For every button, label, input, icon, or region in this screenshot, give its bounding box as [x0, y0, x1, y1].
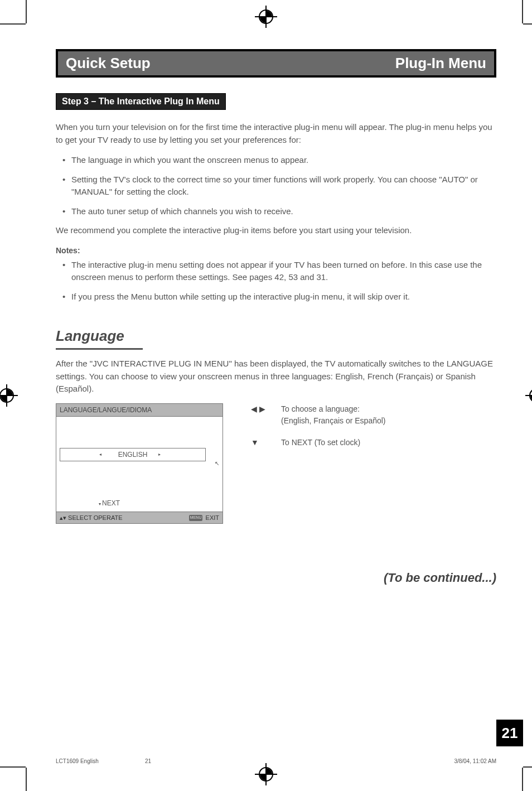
legend-text: To choose a language: (English, Français…: [281, 403, 386, 427]
crop-mark: [522, 768, 523, 791]
to-be-continued: (To be continued...): [56, 568, 496, 587]
title-right: Plug-In Menu: [395, 55, 486, 72]
print-footer: LCT1609 English 21 3/8/04, 11:02 AM: [56, 758, 496, 764]
return-arrow-icon: ↖: [215, 459, 219, 467]
legend-line1: To choose a language:: [281, 403, 386, 415]
body-text: When you turn your television on for the…: [56, 121, 496, 587]
osd-header: LANGUAGE/LANGUE/IDIOMA: [56, 403, 223, 417]
notes-bullet-list: The interactive plug-in menu setting doe…: [56, 259, 496, 303]
left-arrow-icon: ◂: [99, 451, 101, 458]
crop-mark: [522, 0, 523, 23]
bullet-item: The interactive plug-in menu setting doe…: [66, 259, 496, 284]
registration-mark-icon: [525, 384, 532, 407]
bullet-item: If you press the Menu button while setti…: [66, 291, 496, 303]
osd-footer: ▴▾ SELECT OPERATE MENU EXIT: [56, 512, 223, 524]
osd-language-value: ENGLISH: [118, 450, 148, 460]
registration-mark-icon: [0, 384, 18, 407]
recommend-paragraph: We recommend you complete the interactiv…: [56, 224, 496, 237]
legend-line1: To NEXT (To set clock): [281, 437, 386, 448]
language-intro: After the "JVC INTERACTIVE PLUG IN MENU"…: [56, 358, 496, 396]
notes-label: Notes:: [56, 245, 496, 257]
step-heading: Step 3 – The Interactive Plug In Menu: [56, 93, 226, 110]
section-underline: [56, 348, 143, 350]
section-title-language: Language: [56, 325, 124, 347]
osd-footer-left: ▴▾ SELECT OPERATE: [60, 513, 122, 523]
page-number-badge: 21: [496, 720, 523, 746]
down-arrow-icon: ▼: [251, 437, 268, 448]
title-left: Quick Setup: [66, 55, 151, 72]
updown-arrow-icon: ▴▾: [60, 514, 66, 521]
menu-badge-icon: MENU: [189, 515, 203, 521]
crop-mark: [523, 766, 532, 768]
right-arrow-icon: ▸: [158, 451, 161, 458]
page-title-bar: Quick Setup Plug-In Menu: [56, 49, 496, 78]
legend-line2: (English, Français or Español): [281, 415, 386, 427]
crop-mark: [26, 768, 27, 791]
footer-page: 21: [145, 758, 178, 764]
registration-mark-icon: [255, 763, 277, 785]
legend-row: ◀ ▶ To choose a language: (English, Fran…: [251, 403, 386, 427]
osd-next-label: NEXT: [99, 498, 120, 508]
intro-paragraph: When you turn your television on for the…: [56, 121, 496, 146]
osd-footer-exit: EXIT: [206, 514, 219, 521]
osd-footer-left-text: SELECT OPERATE: [68, 514, 122, 521]
crop-mark: [0, 766, 26, 768]
page-content: Quick Setup Plug-In Menu Step 3 – The In…: [56, 49, 496, 587]
osd-mockup: LANGUAGE/LANGUE/IDIOMA ◂ ENGLISH ▸ ↖ NEX…: [56, 403, 223, 524]
bullet-item: The language in which you want the onscr…: [66, 154, 496, 167]
bullet-item: Setting the TV's clock to the correct ti…: [66, 173, 496, 199]
legend-row: ▼ To NEXT (To set clock): [251, 437, 386, 448]
left-right-arrow-icon: ◀ ▶: [251, 403, 268, 415]
osd-body: ◂ ENGLISH ▸ ↖ NEXT: [56, 417, 223, 512]
registration-mark-icon: [255, 6, 277, 28]
control-legend: ◀ ▶ To choose a language: (English, Fran…: [251, 403, 386, 448]
osd-language-field: ◂ ENGLISH ▸: [60, 448, 206, 461]
crop-mark: [26, 0, 27, 23]
footer-doc-name: LCT1609 English: [56, 758, 145, 764]
language-diagram-row: LANGUAGE/LANGUE/IDIOMA ◂ ENGLISH ▸ ↖ NEX…: [56, 403, 496, 524]
osd-footer-right: MENU EXIT: [189, 513, 219, 523]
crop-mark: [523, 23, 532, 25]
legend-text: To NEXT (To set clock): [281, 437, 386, 448]
main-bullet-list: The language in which you want the onscr…: [56, 154, 496, 218]
footer-datetime: 3/8/04, 11:02 AM: [407, 758, 496, 764]
bullet-item: The auto tuner setup of which channels y…: [66, 205, 496, 218]
crop-mark: [0, 23, 26, 25]
